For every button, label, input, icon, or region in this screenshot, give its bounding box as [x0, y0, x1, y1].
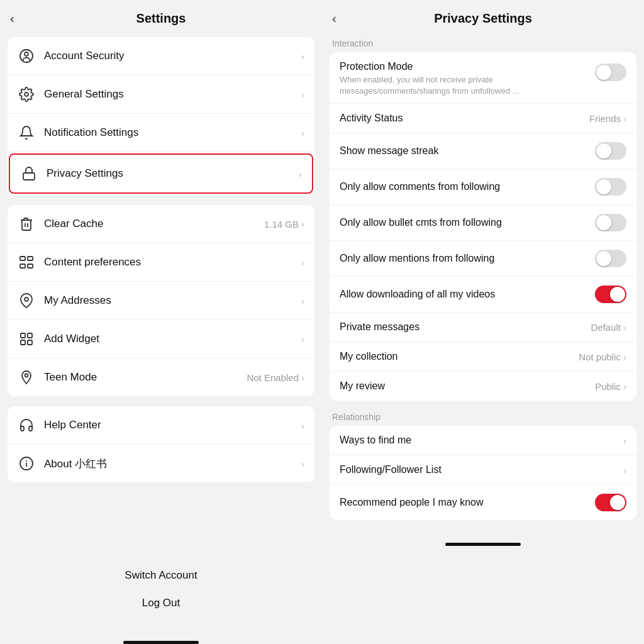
- allow-downloading-label: Allow downloading of all my videos: [340, 289, 595, 300]
- svg-rect-6: [20, 257, 25, 260]
- svg-rect-13: [21, 340, 25, 345]
- private-messages-value: Default: [591, 322, 621, 333]
- toggle-thumb: [596, 65, 611, 80]
- bottom-actions: Switch Account Log Out: [0, 549, 322, 636]
- left-header: ‹ Settings: [0, 0, 322, 32]
- only-allow-comments-label: Only allow comments from following: [340, 181, 595, 192]
- only-allow-mentions-toggle[interactable]: [595, 250, 626, 267]
- info-icon: [18, 455, 35, 472]
- private-messages-item[interactable]: Private messages Default ›: [330, 313, 636, 342]
- clear-cache-label: Clear Cache: [44, 218, 264, 230]
- svg-rect-7: [28, 257, 33, 260]
- only-allow-mentions-item[interactable]: Only allow mentions from following: [330, 241, 636, 277]
- svg-point-15: [25, 374, 28, 377]
- notification-settings-item[interactable]: Notification Settings ›: [8, 114, 314, 152]
- activity-status-value: Friends: [589, 113, 621, 124]
- following-follower-item[interactable]: Following/Follower List ›: [330, 455, 636, 485]
- only-allow-comments-toggle[interactable]: [595, 178, 626, 196]
- headset-icon: [18, 416, 35, 434]
- teen-icon: [18, 369, 35, 386]
- chevron-icon: ›: [301, 89, 304, 100]
- account-security-item[interactable]: Account Security ›: [8, 37, 314, 75]
- main-settings-group: Account Security › General Settings › No…: [8, 37, 314, 195]
- activity-status-label: Activity Status: [340, 113, 589, 124]
- toggle-thumb: [596, 215, 611, 230]
- lock-icon: [20, 165, 38, 182]
- my-review-item[interactable]: My review Public ›: [330, 372, 636, 401]
- protection-mode-item[interactable]: Protection Mode When enabled, you will n…: [330, 52, 636, 104]
- my-review-value: Public: [595, 381, 621, 392]
- person-circle-icon: [18, 47, 35, 65]
- left-back-button[interactable]: ‹: [10, 11, 14, 26]
- chevron-icon: ›: [301, 458, 304, 469]
- chevron-icon: ›: [623, 435, 626, 446]
- right-header: ‹ Privacy Settings: [322, 0, 644, 32]
- only-allow-bullet-label: Only allow bullet cmts from following: [340, 217, 595, 228]
- my-collection-label: My collection: [340, 351, 579, 362]
- general-settings-label: General Settings: [44, 88, 301, 101]
- my-review-label: My review: [340, 380, 595, 392]
- chevron-icon: ›: [301, 128, 304, 138]
- clear-cache-value: 1.14 GB: [264, 219, 299, 230]
- help-center-item[interactable]: Help Center ›: [8, 406, 314, 445]
- allow-downloading-toggle[interactable]: [595, 286, 626, 303]
- svg-rect-12: [28, 333, 32, 338]
- activity-status-item[interactable]: Activity Status Friends ›: [330, 104, 636, 133]
- chevron-icon: ›: [301, 51, 304, 62]
- allow-downloading-item[interactable]: Allow downloading of all my videos: [330, 277, 636, 313]
- protection-mode-sub: When enabled, you will not receive priva…: [340, 74, 595, 97]
- my-collection-value: Not public: [579, 352, 621, 362]
- relationship-group: Ways to find me › Following/Follower Lis…: [330, 426, 636, 520]
- teen-mode-label: Teen Mode: [44, 371, 247, 384]
- show-message-streak-item[interactable]: Show message streak: [330, 133, 636, 169]
- about-label: About 小红书: [44, 457, 301, 471]
- ways-to-find-item[interactable]: Ways to find me ›: [330, 426, 636, 455]
- chevron-icon: ›: [301, 420, 304, 431]
- log-out-button[interactable]: Log Out: [0, 589, 322, 617]
- my-collection-item[interactable]: My collection Not public ›: [330, 342, 636, 372]
- chevron-icon: ›: [623, 381, 626, 392]
- toggle-thumb: [596, 251, 611, 266]
- notification-settings-label: Notification Settings: [44, 126, 301, 139]
- interaction-group: Protection Mode When enabled, you will n…: [330, 52, 636, 401]
- chevron-icon: ›: [623, 465, 626, 475]
- add-widget-item[interactable]: Add Widget ›: [8, 320, 314, 358]
- chevron-icon: ›: [623, 113, 626, 124]
- show-message-streak-toggle[interactable]: [595, 142, 626, 160]
- help-center-label: Help Center: [44, 419, 301, 431]
- right-back-button[interactable]: ‹: [332, 11, 336, 26]
- content-pref-icon: [18, 253, 35, 271]
- trash-icon: [18, 215, 35, 233]
- toggle-thumb: [596, 179, 611, 194]
- gear-icon: [18, 86, 35, 103]
- privacy-settings-item[interactable]: Privacy Settings ›: [9, 153, 313, 194]
- location-icon: [18, 292, 35, 309]
- only-allow-bullet-item[interactable]: Only allow bullet cmts from following: [330, 205, 636, 241]
- ways-to-find-label: Ways to find me: [340, 435, 623, 446]
- my-addresses-item[interactable]: My Addresses ›: [8, 282, 314, 320]
- teen-mode-value: Not Enabled: [247, 372, 299, 383]
- teen-mode-item[interactable]: Teen Mode Not Enabled ›: [8, 358, 314, 396]
- content-preferences-item[interactable]: Content preferences ›: [8, 243, 314, 282]
- only-allow-bullet-toggle[interactable]: [595, 214, 626, 231]
- svg-rect-9: [28, 264, 33, 268]
- about-item[interactable]: About 小红书 ›: [8, 445, 314, 482]
- widget-icon: [18, 330, 35, 348]
- protection-mode-toggle[interactable]: [595, 64, 626, 81]
- recommend-people-toggle[interactable]: [595, 494, 626, 511]
- recommend-people-item[interactable]: Recommend people I may know: [330, 485, 636, 520]
- svg-rect-3: [23, 173, 35, 180]
- general-settings-item[interactable]: General Settings ›: [8, 75, 314, 114]
- chevron-icon: ›: [623, 322, 626, 333]
- only-allow-comments-item[interactable]: Only allow comments from following: [330, 169, 636, 205]
- right-title: Privacy Settings: [434, 11, 532, 26]
- add-widget-label: Add Widget: [44, 333, 301, 345]
- my-addresses-label: My Addresses: [44, 294, 301, 307]
- right-panel: ‹ Privacy Settings Interaction Protectio…: [322, 0, 644, 644]
- left-title: Settings: [136, 11, 186, 26]
- chevron-icon: ›: [301, 257, 304, 268]
- chevron-icon: ›: [299, 169, 302, 179]
- svg-point-10: [25, 297, 28, 301]
- switch-account-button[interactable]: Switch Account: [0, 562, 322, 589]
- clear-cache-item[interactable]: Clear Cache 1.14 GB ›: [8, 205, 314, 243]
